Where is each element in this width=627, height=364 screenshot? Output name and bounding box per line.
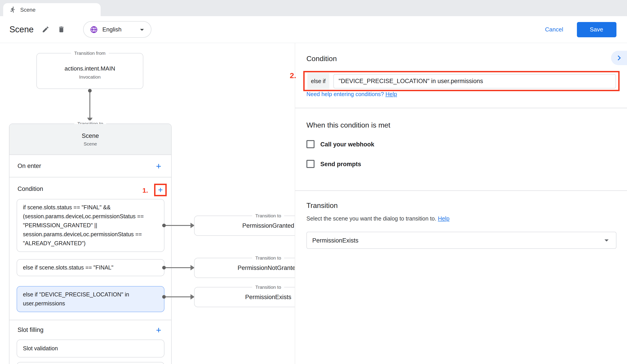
tab-scene[interactable]: Scene xyxy=(3,3,101,16)
page-title: Scene xyxy=(9,24,34,34)
annotation-box-2: else if xyxy=(303,71,620,91)
trash-icon xyxy=(57,26,65,33)
add-on-enter-button[interactable]: + xyxy=(152,160,165,172)
language-selector[interactable]: English xyxy=(83,21,152,38)
invocation-node-legend: Transition from xyxy=(71,50,108,57)
cancel-button[interactable]: Cancel xyxy=(545,26,563,33)
collapse-panel-button[interactable] xyxy=(611,51,627,65)
slot-validation-item[interactable]: Slot validation xyxy=(17,340,164,358)
delete-scene-button[interactable] xyxy=(56,24,67,35)
target-node-title: PermissionNotGranted xyxy=(237,265,299,271)
invocation-node-subtitle: Invocation xyxy=(79,74,101,80)
on-enter-row: On enter + xyxy=(9,155,171,177)
connector-line xyxy=(89,92,90,118)
connector-dot xyxy=(88,89,92,92)
pencil-icon xyxy=(42,26,50,33)
annotation-step-1: 1. xyxy=(142,186,148,194)
condition-item-1[interactable]: if scene.slots.status == "FINAL" && (ses… xyxy=(17,199,164,252)
invocation-node-title: actions.intent.MAIN xyxy=(64,65,115,72)
connector-line xyxy=(166,296,191,297)
target-node-legend: Transition to xyxy=(252,212,284,219)
condition-item-2[interactable]: else if scene.slots.status == "FINAL" xyxy=(17,259,164,276)
condition-heading: Condition xyxy=(307,55,337,63)
transition-description: Select the scene you want the dialog to … xyxy=(307,216,450,222)
edit-scene-button[interactable] xyxy=(40,24,51,35)
send-prompts-checkbox[interactable] xyxy=(307,160,314,168)
when-met-heading: When this condition is met xyxy=(307,121,390,129)
clipped-list-item[interactable] xyxy=(17,362,164,364)
transition-scene-select[interactable]: PermissionExists xyxy=(307,232,617,249)
connector-dot xyxy=(162,295,166,299)
dropdown-arrow-icon xyxy=(602,235,612,245)
language-label: English xyxy=(103,26,121,33)
save-button[interactable]: Save xyxy=(577,22,616,37)
panel-divider xyxy=(295,108,627,108)
transition-scene-select-value: PermissionExists xyxy=(312,237,359,244)
condition-item-3-selected[interactable]: else if "DEVICE_PRECISE_LOCATION" in use… xyxy=(17,286,164,312)
add-slot-button[interactable]: + xyxy=(152,323,165,336)
condition-expression-input[interactable] xyxy=(333,74,616,88)
connector-line xyxy=(166,225,191,226)
slot-filling-label: Slot filling xyxy=(17,326,152,333)
condition-prefix-chip: else if xyxy=(307,73,329,89)
globe-icon xyxy=(90,25,98,34)
tab-label: Scene xyxy=(20,6,36,13)
webhook-checkbox-row: Call your webhook xyxy=(307,138,374,150)
on-enter-label: On enter xyxy=(17,163,152,169)
connector-dot xyxy=(162,224,166,227)
chevron-right-icon xyxy=(614,53,624,63)
target-node-title: PermissionGranted xyxy=(242,222,294,229)
annotation-box-1: + xyxy=(154,184,167,196)
transition-description-text: Select the scene you want the dialog to … xyxy=(307,216,436,222)
webhook-checkbox-label: Call your webhook xyxy=(320,141,374,147)
app-root: Scene Scene English Cancel Save Transiti… xyxy=(0,0,627,364)
send-prompts-checkbox-label: Send prompts xyxy=(320,161,361,167)
panel-divider xyxy=(295,190,627,191)
target-node-legend: Transition to xyxy=(252,284,284,291)
connector-line xyxy=(166,267,191,268)
transition-help-link[interactable]: Help xyxy=(438,216,449,222)
header: Scene English Cancel Save xyxy=(0,16,627,43)
condition-help-line: Need help entering conditions? Help xyxy=(307,91,397,97)
condition-help-text: Need help entering conditions? xyxy=(307,91,384,97)
actions-icon xyxy=(9,6,16,13)
tab-strip: Scene xyxy=(0,0,627,16)
scene-node-subtitle: Scene xyxy=(84,141,97,146)
add-condition-button[interactable]: + xyxy=(156,185,165,195)
invocation-node[interactable]: Transition from actions.intent.MAIN Invo… xyxy=(36,53,143,89)
target-node-legend: Transition to xyxy=(252,255,284,261)
connector-dot xyxy=(162,266,166,270)
slot-filling-row: Slot filling + xyxy=(9,320,171,340)
chevron-down-icon xyxy=(138,25,147,34)
transition-heading: Transition xyxy=(307,202,338,210)
scene-node-header[interactable]: Scene Scene xyxy=(9,124,171,155)
condition-editor-panel: Condition else if Need help entering con… xyxy=(295,43,627,364)
annotation-step-2: 2. xyxy=(290,71,296,80)
target-node-title: PermissionExists xyxy=(245,294,291,300)
scene-node-title: Scene xyxy=(82,132,99,139)
condition-help-link[interactable]: Help xyxy=(385,91,397,97)
scene-node-card: Transition to Scene Scene On enter + Con… xyxy=(9,124,172,364)
webhook-checkbox[interactable] xyxy=(307,140,314,148)
send-prompts-checkbox-row: Send prompts xyxy=(307,158,361,170)
